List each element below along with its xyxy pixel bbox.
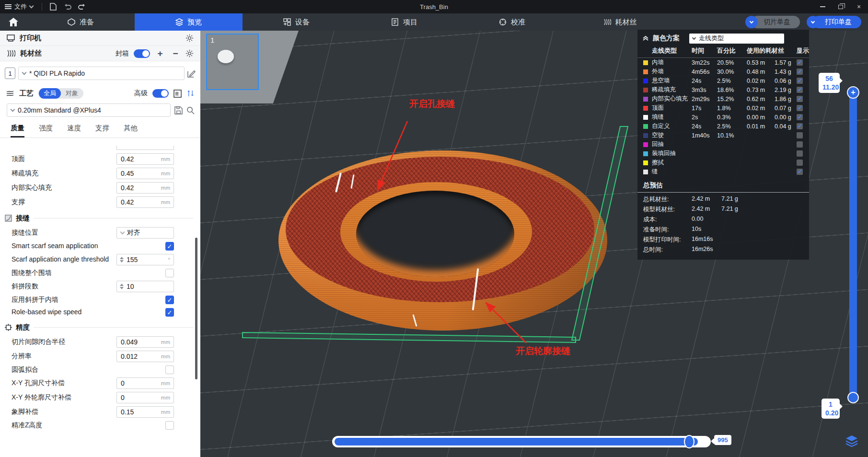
legend-row: 回抽 bbox=[637, 140, 809, 149]
display-checkbox[interactable]: ✓ bbox=[797, 169, 803, 175]
setting-label: X-Y 孔洞尺寸补偿 bbox=[12, 379, 116, 388]
line-type-weight: 0.06 g bbox=[775, 78, 797, 84]
settings-tab-4[interactable]: 支撑 bbox=[95, 124, 109, 137]
settings-tab-3[interactable]: 速度 bbox=[67, 124, 81, 137]
setting-input[interactable]: 0.42mm bbox=[116, 153, 174, 165]
display-checkbox[interactable] bbox=[797, 150, 803, 157]
remove-filament-button[interactable]: − bbox=[170, 48, 181, 59]
settings-tab-5[interactable]: 其他 bbox=[124, 124, 138, 137]
scrollbar-thumb[interactable] bbox=[195, 238, 197, 379]
settings-scroll-area[interactable]: 顶面0.42mm稀疏填充0.45mm内部实心填充0.42mm支撑0.42mm接缝… bbox=[0, 145, 200, 457]
setting-checkbox[interactable] bbox=[165, 421, 174, 430]
setting-dropdown[interactable]: 对齐 bbox=[116, 227, 174, 239]
spinner-down-icon[interactable] bbox=[120, 260, 124, 263]
minimize-icon bbox=[820, 6, 825, 7]
setting-checkbox[interactable]: ✓ bbox=[165, 242, 174, 251]
file-menu[interactable]: 文件 bbox=[0, 0, 38, 13]
filament-header[interactable]: 耗材丝 封箱 + − bbox=[0, 46, 200, 61]
setting-input[interactable]: 0.15mm bbox=[116, 406, 174, 418]
undo-button[interactable] bbox=[60, 0, 75, 13]
layers-view-button[interactable] bbox=[845, 434, 859, 448]
setting-checkbox[interactable] bbox=[165, 269, 174, 277]
spinner-arrows[interactable] bbox=[117, 284, 126, 289]
step-slider-handle[interactable] bbox=[684, 435, 694, 448]
close-button[interactable]: × bbox=[850, 0, 868, 13]
collapse-icon[interactable] bbox=[642, 35, 649, 41]
view-type-dropdown[interactable]: 走线类型 bbox=[689, 34, 784, 44]
display-checkbox[interactable]: ✓ bbox=[797, 105, 803, 111]
search-icon[interactable] bbox=[186, 106, 195, 114]
slice-options-button[interactable] bbox=[745, 16, 758, 28]
setting-checkbox[interactable]: ✓ bbox=[165, 296, 174, 304]
nav-tab-6[interactable]: 耗材丝 bbox=[566, 13, 674, 31]
print-options-button[interactable] bbox=[807, 16, 819, 28]
display-checkbox[interactable]: ✓ bbox=[797, 59, 803, 66]
setting-input[interactable]: 0mm bbox=[116, 377, 174, 389]
display-checkbox[interactable]: ✓ bbox=[797, 69, 803, 75]
settings-tab-2[interactable]: 强度 bbox=[39, 124, 53, 137]
setting-label: 接缝位置 bbox=[12, 228, 116, 237]
setting-checkbox[interactable]: ✓ bbox=[165, 308, 174, 317]
display-checkbox[interactable] bbox=[797, 132, 803, 138]
filament-preset-dropdown[interactable]: * QIDI PLA Rapido bbox=[18, 67, 185, 80]
maximize-button[interactable] bbox=[832, 0, 850, 13]
setting-checkbox[interactable] bbox=[165, 366, 174, 374]
spinner-up-icon[interactable] bbox=[120, 257, 124, 259]
legend-row: 内墙3m22s20.5%0.53 m1.57 g✓ bbox=[637, 58, 809, 67]
gear-icon[interactable] bbox=[185, 34, 194, 42]
nav-tab-4[interactable]: 项目 bbox=[350, 13, 458, 31]
gear-icon[interactable] bbox=[185, 49, 194, 57]
spinner-up-icon[interactable] bbox=[120, 284, 124, 286]
spinner-down-icon[interactable] bbox=[120, 287, 124, 289]
display-checkbox[interactable]: ✓ bbox=[797, 87, 803, 93]
layer-slider-track[interactable] bbox=[849, 92, 857, 400]
scope-global[interactable]: 全局 bbox=[39, 88, 61, 99]
legend-row: 自定义24s2.5%0.01 m0.04 g✓ bbox=[637, 122, 809, 131]
display-checkbox[interactable] bbox=[797, 160, 803, 166]
printer-header[interactable]: 打印机 bbox=[0, 31, 200, 46]
color-scheme-panel: 颜色方案 走线类型 走线类型 时间 百分比 使用的耗材丝 显示 内墙3m22s2… bbox=[637, 30, 809, 260]
line-type-percent: 0.3% bbox=[717, 114, 747, 121]
display-checkbox[interactable]: ✓ bbox=[797, 123, 803, 129]
display-checkbox[interactable] bbox=[797, 141, 803, 148]
layer-slider-top-handle[interactable]: + bbox=[847, 86, 859, 99]
display-checkbox[interactable]: ✓ bbox=[797, 114, 803, 120]
home-button[interactable] bbox=[0, 13, 27, 31]
print-plate-button[interactable]: 打印单盘 bbox=[807, 16, 861, 28]
redo-button[interactable] bbox=[75, 0, 89, 13]
section-title: 接缝 bbox=[16, 214, 30, 223]
setting-input[interactable]: 0.42mm bbox=[116, 196, 174, 208]
settings-list-icon[interactable] bbox=[174, 90, 182, 98]
totals-value: 2.42 m bbox=[692, 206, 721, 214]
setting-spinner[interactable]: 10 bbox=[116, 281, 174, 292]
settings-tab-1[interactable]: 质量 bbox=[11, 124, 24, 137]
save-icon[interactable] bbox=[174, 106, 183, 114]
undo-icon bbox=[63, 3, 72, 10]
setting-input[interactable]: 0.012mm bbox=[116, 351, 174, 362]
setting-input[interactable]: 0mm bbox=[116, 392, 174, 403]
nav-tab-5[interactable]: 校准 bbox=[458, 13, 566, 31]
scope-switch[interactable]: 全局 对象 bbox=[38, 88, 83, 99]
scope-object[interactable]: 对象 bbox=[61, 88, 83, 99]
new-project-button[interactable] bbox=[46, 0, 60, 13]
advanced-toggle[interactable] bbox=[152, 89, 169, 98]
display-checkbox[interactable]: ✓ bbox=[797, 96, 803, 102]
gcode-step-slider[interactable]: 995 bbox=[332, 436, 711, 447]
process-preset-dropdown[interactable]: 0.20mm Standard @XPlus4 bbox=[7, 103, 171, 117]
tune-icon[interactable] bbox=[186, 90, 195, 98]
display-checkbox[interactable]: ✓ bbox=[797, 78, 803, 84]
spinner-arrows[interactable] bbox=[117, 257, 126, 263]
setting-spinner[interactable]: 155° bbox=[116, 254, 174, 265]
layer-slider-bottom-handle[interactable] bbox=[847, 392, 859, 403]
setting-input[interactable]: 0.45mm bbox=[116, 168, 174, 179]
minimize-button[interactable] bbox=[813, 0, 832, 13]
seal-box-toggle[interactable] bbox=[134, 49, 150, 58]
setting-input[interactable]: 0.42mm bbox=[116, 182, 174, 194]
setting-input[interactable]: 0.049mm bbox=[116, 336, 174, 348]
add-filament-button[interactable]: + bbox=[155, 48, 165, 59]
nav-tab-3[interactable]: 设备 bbox=[243, 13, 350, 31]
edit-icon[interactable] bbox=[187, 69, 196, 78]
nav-tab-1[interactable]: 准备 bbox=[27, 13, 135, 31]
slice-plate-button[interactable]: 切片单盘 bbox=[745, 16, 800, 28]
nav-tab-2[interactable]: 预览 bbox=[135, 13, 243, 31]
